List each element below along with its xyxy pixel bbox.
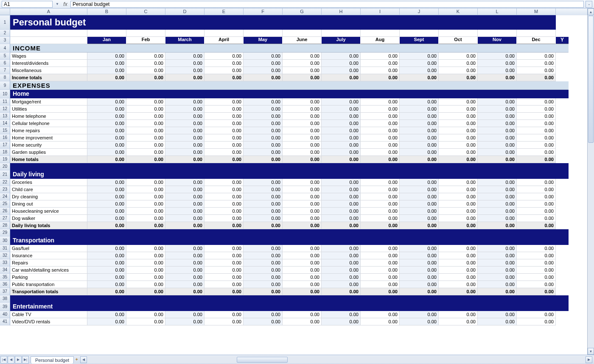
data-cell[interactable]: 0.00 [283, 134, 322, 142]
data-cell[interactable]: 0.00 [205, 53, 244, 60]
data-cell[interactable]: 0.00 [439, 288, 478, 295]
data-cell[interactable]: 0.00 [517, 179, 556, 186]
data-cell[interactable]: 0.00 [439, 200, 478, 208]
data-cell[interactable]: 0.00 [165, 156, 205, 163]
select-all-corner[interactable] [0, 8, 10, 15]
row-label[interactable]: Home telephone [10, 113, 87, 120]
data-cell[interactable]: 0.00 [322, 288, 361, 295]
scroll-track[interactable] [588, 143, 594, 348]
data-cell[interactable]: 0.00 [322, 311, 361, 318]
data-cell[interactable]: 0.00 [283, 288, 322, 295]
data-cell[interactable]: 0.00 [322, 67, 361, 74]
fx-icon[interactable]: fx [62, 1, 69, 7]
row-header[interactable]: 22 [0, 179, 10, 186]
data-cell[interactable]: 0.00 [87, 200, 126, 208]
data-cell[interactable]: 0.00 [400, 60, 439, 67]
data-cell[interactable]: 0.00 [165, 127, 205, 134]
month-header[interactable]: Sept [400, 37, 439, 44]
data-cell[interactable]: 0.00 [322, 142, 361, 149]
data-cell[interactable]: 0.00 [517, 215, 556, 222]
data-cell[interactable]: 0.00 [244, 120, 283, 127]
data-cell[interactable]: 0.00 [322, 106, 361, 113]
data-cell[interactable]: 0.00 [87, 245, 126, 252]
data-cell[interactable]: 0.00 [439, 274, 478, 281]
data-cell[interactable]: 0.00 [244, 98, 283, 106]
row-header[interactable]: 29 [0, 229, 10, 236]
data-cell[interactable]: 0.00 [400, 259, 439, 267]
scroll-up-icon[interactable]: ▲ [588, 8, 594, 15]
data-cell[interactable]: 0.00 [439, 74, 478, 81]
column-header[interactable]: L [478, 8, 517, 15]
data-cell[interactable]: 0.00 [165, 60, 205, 67]
data-cell[interactable]: 0.00 [165, 74, 205, 81]
data-cell[interactable]: 0.00 [283, 106, 322, 113]
data-cell[interactable]: 0.00 [283, 120, 322, 127]
data-cell[interactable]: 0.00 [322, 259, 361, 267]
data-cell[interactable]: 0.00 [400, 74, 439, 81]
data-cell[interactable]: 0.00 [439, 67, 478, 74]
data-cell[interactable]: 0.00 [478, 67, 517, 74]
data-cell[interactable]: 0.00 [478, 60, 517, 67]
month-header[interactable]: Dec [517, 37, 556, 44]
data-cell[interactable]: 0.00 [517, 245, 556, 252]
row-header[interactable]: 10 [0, 90, 10, 98]
data-cell[interactable]: 0.00 [361, 149, 400, 156]
data-cell[interactable]: 0.00 [400, 67, 439, 74]
data-cell[interactable]: 0.00 [244, 186, 283, 193]
data-cell[interactable]: 0.00 [439, 208, 478, 215]
data-cell[interactable]: 0.00 [283, 149, 322, 156]
scroll-thumb[interactable] [588, 16, 594, 143]
data-cell[interactable]: 0.00 [517, 222, 556, 229]
data-cell[interactable]: 0.00 [478, 252, 517, 259]
data-cell[interactable]: 0.00 [244, 113, 283, 120]
data-cell[interactable]: 0.00 [126, 252, 165, 259]
row-header[interactable]: 20 [0, 163, 10, 170]
row-label[interactable]: Dry cleaning [10, 193, 87, 200]
data-cell[interactable]: 0.00 [439, 156, 478, 163]
data-cell[interactable]: 0.00 [400, 142, 439, 149]
data-cell[interactable]: 0.00 [165, 311, 205, 318]
data-cell[interactable]: 0.00 [400, 127, 439, 134]
sheet-tab[interactable]: Personal budget [31, 356, 74, 364]
column-header[interactable]: M [517, 8, 556, 15]
row-label[interactable]: Cable TV [10, 311, 87, 318]
data-cell[interactable]: 0.00 [517, 311, 556, 318]
month-header[interactable]: Feb [126, 37, 165, 44]
data-cell[interactable]: 0.00 [165, 222, 205, 229]
data-cell[interactable]: 0.00 [478, 274, 517, 281]
data-cell[interactable]: 0.00 [400, 215, 439, 222]
scroll-left-icon[interactable]: ◀ [80, 356, 87, 363]
row-label[interactable]: Utilities [10, 106, 87, 113]
data-cell[interactable]: 0.00 [87, 127, 126, 134]
data-cell[interactable]: 0.00 [517, 318, 556, 325]
data-cell[interactable]: 0.00 [126, 134, 165, 142]
data-cell[interactable]: 0.00 [283, 60, 322, 67]
row-label[interactable]: Child care [10, 186, 87, 193]
data-cell[interactable]: 0.00 [126, 179, 165, 186]
data-cell[interactable]: 0.00 [361, 200, 400, 208]
data-cell[interactable]: 0.00 [517, 259, 556, 267]
data-cell[interactable]: 0.00 [361, 281, 400, 288]
data-cell[interactable]: 0.00 [400, 149, 439, 156]
data-cell[interactable]: 0.00 [205, 120, 244, 127]
data-cell[interactable]: 0.00 [517, 142, 556, 149]
data-cell[interactable]: 0.00 [87, 186, 126, 193]
cell[interactable] [322, 30, 361, 37]
data-cell[interactable]: 0.00 [126, 259, 165, 267]
data-cell[interactable]: 0.00 [205, 127, 244, 134]
data-cell[interactable]: 0.00 [87, 156, 126, 163]
data-cell[interactable]: 0.00 [87, 74, 126, 81]
data-cell[interactable]: 0.00 [87, 215, 126, 222]
scroll-right-icon[interactable]: ▶ [586, 356, 592, 363]
month-header[interactable]: Nov [478, 37, 517, 44]
tab-first-icon[interactable]: |◀ [0, 356, 7, 364]
month-header[interactable]: May [244, 37, 283, 44]
data-cell[interactable]: 0.00 [205, 259, 244, 267]
data-cell[interactable]: 0.00 [478, 179, 517, 186]
data-cell[interactable]: 0.00 [283, 98, 322, 106]
data-cell[interactable]: 0.00 [283, 179, 322, 186]
data-cell[interactable]: 0.00 [205, 208, 244, 215]
row-header[interactable]: 32 [0, 252, 10, 259]
data-cell[interactable]: 0.00 [126, 149, 165, 156]
data-cell[interactable]: 0.00 [87, 67, 126, 74]
